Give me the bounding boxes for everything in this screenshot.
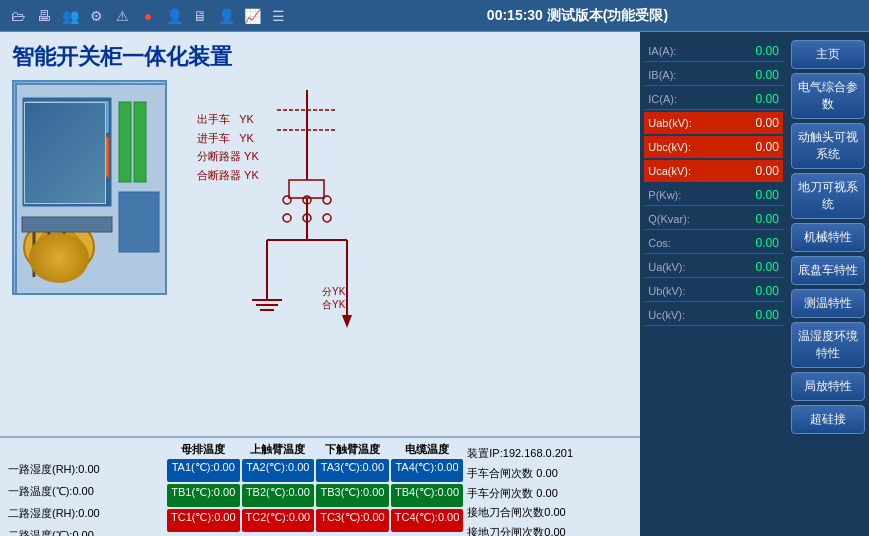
data-label-6: P(Kw): <box>644 189 724 201</box>
tc4-cell: TC4(℃):0.00 <box>391 509 464 532</box>
data-value-5: 0.00 <box>724 164 783 178</box>
data-row-2: IC(A): 0.00 <box>644 88 783 110</box>
svg-text:合YK: 合YK <box>322 299 346 310</box>
menu-icon[interactable]: ☰ <box>268 6 288 26</box>
svg-marker-34 <box>342 315 352 328</box>
right-panel: 主页电气综合参数动触头可视系统地刀可视系统机械特性底盘车特性测温特性温湿度环境特… <box>787 32 869 536</box>
temp-row-1: 一路温度(℃):0.00 <box>8 480 163 502</box>
data-label-3: Uab(kV): <box>644 117 724 129</box>
data-value-11: 0.00 <box>724 308 783 322</box>
data-row-8: Cos: 0.00 <box>644 232 783 254</box>
data-label-9: Ua(kV): <box>644 261 724 273</box>
right-btn-7[interactable]: 温湿度环境特性 <box>791 322 865 368</box>
ground-knife-close: 接地刀合闸次数0.00 <box>467 503 632 523</box>
right-btn-3[interactable]: 地刀可视系统 <box>791 173 865 219</box>
right-btn-4[interactable]: 机械特性 <box>791 223 865 252</box>
folder-icon[interactable]: 🗁 <box>8 6 28 26</box>
svg-point-19 <box>283 196 291 204</box>
right-btn-9[interactable]: 超硅接 <box>791 405 865 434</box>
tb4-cell: TB4(℃):0.00 <box>391 484 464 507</box>
person-icon[interactable]: 👤 <box>216 6 236 26</box>
humidity-temp-info: 一路湿度(RH):0.00 一路温度(℃):0.00 二路湿度(RH):0.00… <box>8 442 163 532</box>
svg-text:分YK: 分YK <box>322 286 346 297</box>
monitor-icon[interactable]: 🖥 <box>190 6 210 26</box>
warning-icon[interactable]: ⚠ <box>112 6 132 26</box>
data-value-9: 0.00 <box>724 260 783 274</box>
data-label-0: IA(A): <box>644 45 724 57</box>
right-btn-1[interactable]: 电气综合参数 <box>791 73 865 119</box>
data-label-11: Uc(kV): <box>644 309 724 321</box>
data-label-10: Ub(kV): <box>644 285 724 297</box>
device-info: 装置IP:192.168.0.201 手车合闸次数 0.00 手车分闸次数 0.… <box>467 442 632 532</box>
svg-point-21 <box>323 196 331 204</box>
device-ip: 装置IP:192.168.0.201 <box>467 444 632 464</box>
right-btn-0[interactable]: 主页 <box>791 40 865 69</box>
humidity-row-1: 一路湿度(RH):0.00 <box>8 458 163 480</box>
svg-rect-13 <box>119 192 159 252</box>
data-row-4: Ubc(kV): 0.00 <box>644 136 783 158</box>
svg-rect-2 <box>26 102 108 132</box>
data-value-3: 0.00 <box>724 116 783 130</box>
data-value-0: 0.00 <box>724 44 783 58</box>
data-label-7: Q(Kvar): <box>644 213 724 225</box>
data-value-1: 0.00 <box>724 68 783 82</box>
data-row-5: Uca(kV): 0.00 <box>644 160 783 182</box>
ta3-cell: TA3(℃):0.00 <box>316 459 389 482</box>
data-row-6: P(Kw): 0.00 <box>644 184 783 206</box>
data-panel: IA(A): 0.00 IB(A): 0.00 IC(A): 0.00 Uab(… <box>640 32 787 536</box>
data-row-3: Uab(kV): 0.00 <box>644 112 783 134</box>
header-lower-arm: 下触臂温度 <box>316 442 389 457</box>
data-value-8: 0.00 <box>724 236 783 250</box>
chart-icon[interactable]: 📈 <box>242 6 262 26</box>
tc3-cell: TC3(℃):0.00 <box>316 509 389 532</box>
header-cable: 电缆温度 <box>391 442 464 457</box>
temp-row-tb: TB1(℃):0.00 TB2(℃):0.00 TB3(℃):0.00 TB4(… <box>167 484 463 507</box>
data-label-5: Uca(kV): <box>644 165 724 177</box>
data-label-4: Ubc(kV): <box>644 141 724 153</box>
right-btn-5[interactable]: 底盘车特性 <box>791 256 865 285</box>
right-btn-8[interactable]: 局放特性 <box>791 372 865 401</box>
device-image <box>12 80 167 295</box>
right-btn-2[interactable]: 动触头可视系统 <box>791 123 865 169</box>
svg-rect-5 <box>29 137 69 177</box>
toolbar: 🗁 🖶 👥 ⚙ ⚠ ● 👤 🖥 👤 📈 ☰ 00:15:30 测试版本(功能受限… <box>0 0 869 32</box>
data-label-8: Cos: <box>644 237 724 249</box>
temp-row-ta: TA1(℃):0.00 TA2(℃):0.00 TA3(℃):0.00 TA4(… <box>167 459 463 482</box>
data-value-7: 0.00 <box>724 212 783 226</box>
page-title: 智能开关柜一体化装置 <box>12 42 628 72</box>
data-value-2: 0.00 <box>724 92 783 106</box>
print-icon[interactable]: 🖶 <box>34 6 54 26</box>
svg-point-24 <box>323 214 331 222</box>
svg-rect-4 <box>134 102 146 182</box>
data-label-1: IB(A): <box>644 69 724 81</box>
ground-knife-open: 接地刀分闸次数0.00 <box>467 523 632 536</box>
data-value-4: 0.00 <box>724 140 783 154</box>
ta4-cell: TA4(℃):0.00 <box>391 459 464 482</box>
tc1-cell: TC1(℃):0.00 <box>167 509 240 532</box>
data-row-0: IA(A): 0.00 <box>644 40 783 62</box>
data-row-1: IB(A): 0.00 <box>644 64 783 86</box>
data-value-6: 0.00 <box>724 188 783 202</box>
temp-row-2: 二路温度(℃):0.00 <box>8 524 163 536</box>
truck-close-count: 手车合闸次数 0.00 <box>467 464 632 484</box>
data-row-7: Q(Kvar): 0.00 <box>644 208 783 230</box>
svg-rect-3 <box>119 102 131 182</box>
svg-point-8 <box>37 229 81 265</box>
ta2-cell: TA2(℃):0.00 <box>242 459 315 482</box>
data-value-10: 0.00 <box>724 284 783 298</box>
right-btn-6[interactable]: 测温特性 <box>791 289 865 318</box>
toolbar-title: 00:15:30 测试版本(功能受限) <box>294 7 861 25</box>
truck-open-count: 手车分闸次数 0.00 <box>467 484 632 504</box>
user-icon[interactable]: 👤 <box>164 6 184 26</box>
tb1-cell: TB1(℃):0.00 <box>167 484 240 507</box>
tb2-cell: TB2(℃):0.00 <box>242 484 315 507</box>
data-row-9: Ua(kV): 0.00 <box>644 256 783 278</box>
svg-rect-6 <box>74 137 109 177</box>
settings-icon[interactable]: ⚙ <box>86 6 106 26</box>
header-busbar: 母排温度 <box>167 442 240 457</box>
ta1-cell: TA1(℃):0.00 <box>167 459 240 482</box>
users-icon[interactable]: 👥 <box>60 6 80 26</box>
red-circle-icon[interactable]: ● <box>138 6 158 26</box>
svg-rect-1 <box>22 97 112 207</box>
temp-column-headers: 母排温度 上触臂温度 下触臂温度 电缆温度 <box>167 442 463 457</box>
